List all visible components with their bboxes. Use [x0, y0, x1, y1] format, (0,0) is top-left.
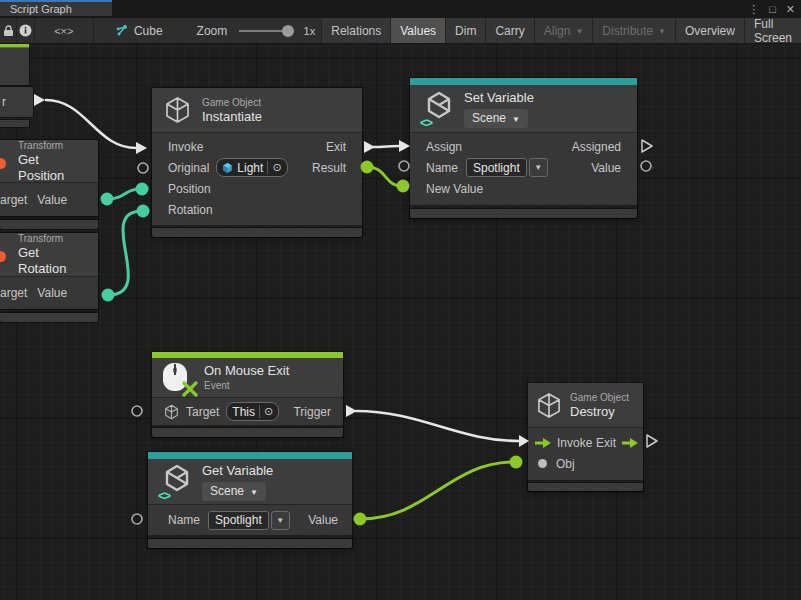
maximize-icon[interactable]: □ — [769, 3, 776, 15]
port-newvalue-setvariable[interactable] — [397, 180, 410, 193]
connection-getposition-to-position[interactable] — [107, 189, 141, 199]
object-picker-icon[interactable]: ⊙ — [264, 406, 273, 417]
variable-name-dropdown-button[interactable]: ▼ — [529, 158, 548, 177]
target-object-field[interactable]: This ⊙ — [226, 402, 279, 421]
relations-button[interactable]: Relations — [321, 18, 390, 43]
result-port-label: Result — [312, 161, 346, 175]
port-obj-destroy[interactable] — [510, 456, 523, 469]
zoom-slider[interactable] — [239, 30, 289, 32]
variable-scope-dropdown[interactable]: Scene ▼ — [464, 109, 528, 128]
lock-button[interactable] — [0, 18, 17, 43]
variable-name-dropdown[interactable]: Spotlight — [208, 511, 269, 530]
zoom-label: Zoom — [191, 18, 234, 43]
close-icon[interactable]: ✕ — [786, 3, 795, 16]
dim-button[interactable]: Dim — [445, 18, 485, 43]
node-footer — [410, 209, 637, 218]
variable-name-dropdown-button[interactable]: ▼ — [271, 511, 290, 530]
port-value-setvariable[interactable] — [641, 161, 651, 171]
target-port-label: Target — [186, 405, 219, 419]
port-trigger-out-hidden[interactable] — [34, 94, 45, 106]
port-position-instantiate[interactable] — [136, 183, 149, 196]
node-category: Transform — [18, 232, 86, 245]
unity-visual-scripting-window: Script Graph ⋮ □ ✕ <×> Cube — [0, 0, 801, 600]
graph-icon — [114, 24, 128, 37]
unity-variable-icon: <> — [158, 463, 194, 501]
info-button[interactable] — [17, 18, 34, 43]
port-value-getrotation[interactable] — [102, 289, 115, 302]
port-original-instantiate[interactable] — [138, 163, 148, 173]
toolbar-toggles: Relations Values Dim Carry Align▼ Distri… — [321, 18, 801, 43]
connection-getvariable-to-obj[interactable] — [360, 462, 515, 519]
port-result-instantiate[interactable] — [361, 161, 374, 174]
port-value-getposition[interactable] — [101, 193, 114, 206]
carry-button[interactable]: Carry — [485, 18, 533, 43]
node-title: Destroy — [570, 404, 629, 420]
tab-script-graph[interactable]: Script Graph — [0, 0, 112, 16]
connection-result-to-newvalue[interactable] — [367, 167, 402, 186]
code-view-button[interactable]: <×> — [35, 18, 94, 43]
port-assign-setvariable[interactable] — [399, 140, 410, 152]
port-target-onmouseexit[interactable] — [132, 406, 142, 416]
zoom-value: 1x — [298, 18, 322, 43]
node-hidden-event[interactable]: r — [0, 44, 33, 127]
port-rotation-instantiate[interactable] — [137, 205, 150, 218]
object-picker-icon[interactable]: ⊙ — [272, 162, 281, 173]
node-footer-fragment — [0, 120, 29, 127]
variable-accent-strip — [410, 78, 637, 85]
node-instantiate[interactable]: Game Object Instantiate Invoke Exit Orig… — [152, 88, 362, 237]
distribute-button[interactable]: Distribute▼ — [592, 18, 675, 43]
flow-in-arrow-icon[interactable] — [534, 437, 552, 449]
connection-getrotation-to-rotation[interactable] — [108, 211, 142, 295]
variable-name-dropdown[interactable]: Spotlight — [466, 158, 527, 177]
position-port-label: Position — [168, 182, 211, 196]
graph-breadcrumb[interactable]: Cube — [108, 18, 169, 43]
node-title: Get Rotation — [18, 245, 86, 277]
node-footer — [528, 483, 643, 491]
chevron-down-icon: ▼ — [575, 27, 583, 36]
code-icon: <×> — [54, 25, 73, 37]
original-object-field[interactable]: Light ⊙ — [216, 158, 287, 177]
invoke-port-label: Invoke — [557, 436, 592, 450]
graph-canvas[interactable]: r Transform Get Position arget Value — [0, 44, 801, 600]
info-icon — [19, 24, 32, 37]
node-on-mouse-exit[interactable]: On Mouse Exit Event Target This ⊙ Trigge… — [152, 352, 343, 437]
assign-port-label: Assign — [426, 140, 462, 154]
node-get-position[interactable]: Transform Get Position arget Value — [0, 140, 98, 216]
port-exit-destroy[interactable] — [647, 435, 657, 447]
port-value-getvariable[interactable] — [354, 513, 367, 526]
port-assigned-setvariable[interactable] — [642, 140, 652, 152]
zoom-slider-handle[interactable] — [282, 25, 294, 37]
more-icon[interactable]: ⋮ — [748, 3, 759, 16]
gameobject-cube-icon — [536, 392, 562, 419]
variable-scope-dropdown[interactable]: Scene ▼ — [202, 482, 266, 501]
obj-port-dot-icon[interactable] — [538, 459, 547, 468]
flow-out-arrow-icon[interactable] — [621, 437, 639, 449]
chevron-down-icon: ▼ — [512, 115, 520, 124]
connection-trigger-to-invoke[interactable] — [356, 411, 519, 441]
object-field-value: Light — [237, 161, 263, 175]
value-port-label: Value — [37, 286, 67, 300]
port-exit-instantiate[interactable] — [364, 141, 375, 153]
port-trigger-onmouseexit[interactable] — [346, 405, 357, 417]
overview-button[interactable]: Overview — [675, 18, 744, 43]
port-name-getvariable[interactable] — [132, 514, 142, 524]
node-title: Instantiate — [202, 109, 262, 125]
arrowhead-invoke-instantiate[interactable] — [136, 142, 147, 154]
connection-exit-to-assign[interactable] — [373, 146, 400, 147]
port-name-setvariable[interactable] — [399, 161, 409, 171]
target-port-label: arget — [0, 286, 27, 300]
unity-variable-icon: <> — [420, 90, 456, 128]
node-destroy[interactable]: Game Object Destroy Invoke Exit — [528, 383, 643, 491]
tab-title: Script Graph — [10, 3, 72, 15]
node-get-variable[interactable]: <> Get Variable Scene ▼ Name Spotlight ▼ — [148, 452, 352, 548]
graph-toolbar: <×> Cube Zoom 1x Relations Values Dim Ca… — [0, 18, 801, 44]
clipped-port-label: r — [0, 95, 6, 109]
variable-accent-strip — [148, 452, 352, 459]
node-footer — [148, 539, 352, 548]
assigned-port-label: Assigned — [572, 140, 621, 154]
node-set-variable[interactable]: <> Set Variable Scene ▼ Assign Assigned … — [410, 78, 637, 218]
fullscreen-button[interactable]: Full Screen — [744, 18, 801, 43]
node-get-rotation[interactable]: Transform Get Rotation arget Value — [0, 233, 98, 309]
align-button[interactable]: Align▼ — [534, 18, 593, 43]
values-button[interactable]: Values — [390, 18, 445, 43]
